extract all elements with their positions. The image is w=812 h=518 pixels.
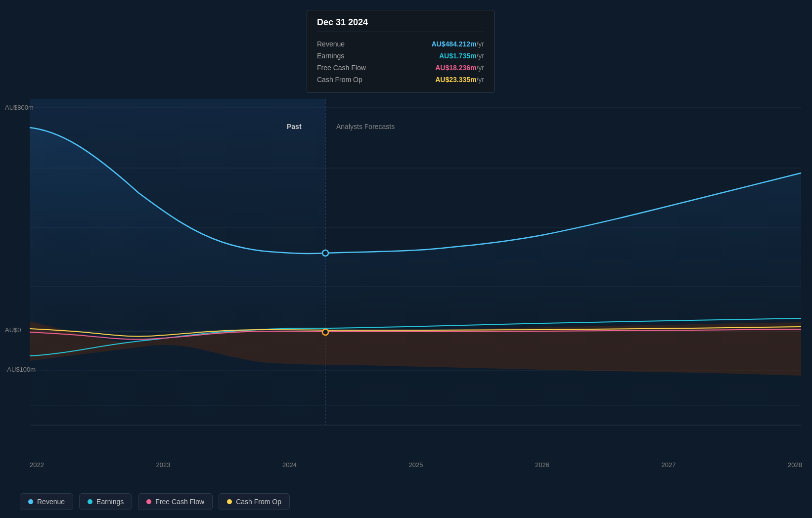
- tooltip-cashfromop-label: Cash From Op: [317, 76, 362, 84]
- legend-dot-cashfromop: [227, 499, 232, 504]
- legend-label-earnings: Earnings: [96, 498, 124, 506]
- x-label-2025: 2025: [409, 461, 423, 469]
- legend-label-cashfromop: Cash From Op: [236, 498, 281, 506]
- tooltip-row-earnings: Earnings AU$1.735m/yr: [317, 50, 484, 62]
- tooltip-date: Dec 31 2024: [317, 17, 484, 32]
- tooltip: Dec 31 2024 Revenue AU$484.212m/yr Earni…: [307, 10, 495, 93]
- legend-dot-revenue: [28, 499, 33, 504]
- x-label-2023: 2023: [156, 461, 171, 469]
- tooltip-earnings-label: Earnings: [317, 52, 344, 60]
- svg-point-10: [322, 329, 328, 335]
- legend-dot-fcf: [146, 499, 151, 504]
- y-label-800m: AU$800m: [5, 104, 34, 111]
- tooltip-revenue-label: Revenue: [317, 40, 345, 48]
- tooltip-row-revenue: Revenue AU$484.212m/yr: [317, 38, 484, 50]
- svg-point-9: [322, 250, 328, 256]
- y-label-0: AU$0: [5, 326, 21, 334]
- legend: Revenue Earnings Free Cash Flow Cash Fro…: [20, 493, 290, 510]
- x-label-2028: 2028: [788, 461, 802, 469]
- tooltip-revenue-value: AU$484.212m/yr: [431, 40, 484, 48]
- tooltip-row-fcf: Free Cash Flow AU$18.236m/yr: [317, 62, 484, 74]
- legend-label-fcf: Free Cash Flow: [155, 498, 204, 506]
- x-label-2024: 2024: [282, 461, 297, 469]
- legend-item-cashfromop[interactable]: Cash From Op: [219, 493, 290, 510]
- label-forecast: Analysts Forecasts: [336, 123, 395, 130]
- tooltip-cashfromop-value: AU$23.335m/yr: [435, 76, 484, 84]
- legend-item-fcf[interactable]: Free Cash Flow: [138, 493, 213, 510]
- x-label-2027: 2027: [662, 461, 676, 469]
- x-label-2026: 2026: [535, 461, 549, 469]
- label-past: Past: [287, 123, 302, 130]
- legend-item-revenue[interactable]: Revenue: [20, 493, 73, 510]
- tooltip-fcf-label: Free Cash Flow: [317, 64, 366, 72]
- legend-dot-earnings: [88, 499, 92, 504]
- tooltip-row-cashfromop: Cash From Op AU$23.335m/yr: [317, 74, 484, 86]
- x-label-2022: 2022: [30, 461, 44, 469]
- tooltip-fcf-value: AU$18.236m/yr: [435, 64, 484, 72]
- y-label-neg100m: -AU$100m: [5, 366, 36, 373]
- chart-container: AU$800m AU$0 -AU$100m Past Analysts Fore…: [0, 0, 812, 518]
- legend-label-revenue: Revenue: [37, 498, 65, 506]
- tooltip-earnings-value: AU$1.735m/yr: [439, 52, 484, 60]
- x-axis-labels: 2022 2023 2024 2025 2026 2027 2028: [30, 461, 802, 469]
- legend-item-earnings[interactable]: Earnings: [79, 493, 132, 510]
